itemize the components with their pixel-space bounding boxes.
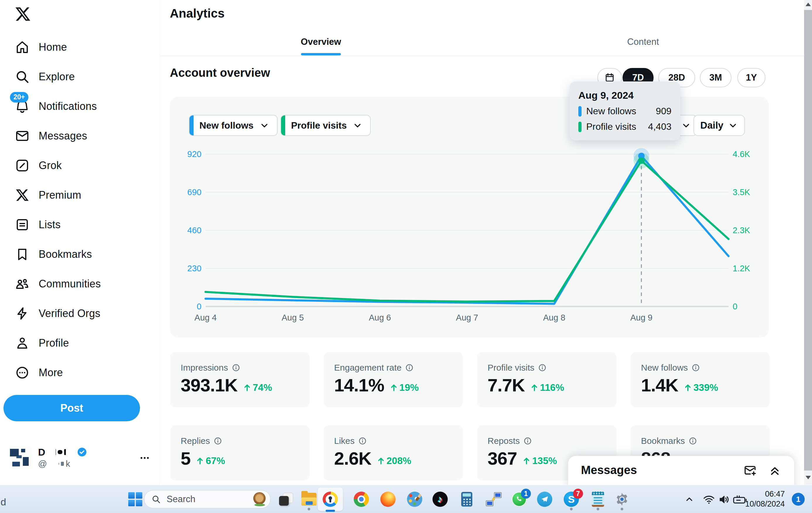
sidebar-item-messages[interactable]: Messages [0, 121, 160, 150]
sidebar-item-lists[interactable]: Lists [0, 210, 160, 239]
tiktok-icon: ♪ [433, 492, 448, 507]
granularity-dropdown[interactable]: Daily [693, 115, 745, 136]
grok-icon [15, 159, 29, 173]
scrollbar-thumb[interactable] [804, 10, 812, 471]
remote-desktop-icon [486, 492, 501, 507]
sidebar-item-more[interactable]: More [0, 358, 160, 387]
start-button[interactable] [128, 492, 142, 506]
tab-content[interactable]: Content [482, 28, 804, 56]
svg-text:Aug 8: Aug 8 [543, 313, 566, 322]
taskbar-app-whatsapp[interactable]: 1 [512, 492, 527, 507]
granularity-value: Daily [700, 120, 724, 131]
sidebar-item-communities[interactable]: Communities [0, 269, 160, 298]
svg-text:920: 920 [187, 149, 201, 159]
tab-overview[interactable]: Overview [160, 28, 482, 56]
info-icon[interactable] [232, 363, 240, 372]
expand-panel-icon[interactable] [768, 464, 781, 477]
x-logo[interactable] [14, 6, 31, 22]
taskbar-app-file-explorer[interactable] [301, 492, 317, 507]
envelope-icon [15, 129, 29, 143]
account-more-icon[interactable] [138, 452, 151, 464]
series-selector-profile-visits[interactable]: Profile visits [281, 115, 371, 136]
notification-count-badge[interactable]: 1 [792, 493, 805, 506]
security-browser-icon [323, 492, 338, 507]
metric-label: Profile visits [488, 363, 534, 373]
page-scrollbar[interactable] [804, 0, 812, 485]
taskbar-app-telegram[interactable] [537, 492, 552, 507]
file-explorer-icon [301, 493, 317, 508]
svg-text:460: 460 [187, 226, 201, 235]
chevron-down-icon [353, 120, 362, 131]
sidebar-item-premium[interactable]: Premium [0, 180, 160, 210]
info-icon[interactable] [358, 436, 367, 445]
info-icon[interactable] [213, 436, 222, 445]
scroll-down-arrow-icon[interactable] [806, 476, 811, 479]
svg-text:Aug 7: Aug 7 [456, 313, 478, 322]
taskbar-app-skype[interactable]: S7 [564, 492, 579, 507]
metric-delta: 135% [522, 455, 557, 467]
taskbar-app-remote-desktop[interactable] [486, 492, 501, 507]
taskbar-app-security-browser[interactable] [323, 492, 338, 507]
sidebar: HomeExploreNotifications20+MessagesGrokP… [0, 0, 160, 485]
tray-clock[interactable]: 06:47 10/08/2024 [739, 489, 785, 509]
list-icon [15, 218, 29, 232]
avatar [9, 447, 32, 469]
chevron-down-icon [259, 120, 269, 131]
scroll-up-arrow-icon[interactable] [806, 3, 811, 6]
series-color-accent [190, 115, 194, 135]
sidebar-item-grok[interactable]: Grok [0, 150, 160, 180]
notifications-count-badge: 20+ [10, 92, 28, 103]
metric-card-new-follows: New follows1.4K339% [631, 352, 770, 407]
metric-delta: 74% [243, 382, 272, 394]
info-icon[interactable] [689, 436, 697, 445]
metric-label: New follows [641, 363, 688, 373]
metric-card-replies: Replies567% [170, 425, 310, 481]
taskbar-app-tiktok[interactable]: ♪ [433, 492, 448, 507]
sidebar-item-explore[interactable]: Explore [0, 62, 160, 91]
page-title: Analytics [170, 6, 225, 21]
sidebar-item-home[interactable]: Home [0, 32, 160, 62]
taskbar-app-paint[interactable] [407, 492, 422, 507]
taskbar-search[interactable]: Search [144, 490, 270, 508]
sidebar-item-label: Premium [39, 189, 81, 201]
running-indicator [570, 508, 573, 510]
volume-icon[interactable] [718, 493, 730, 506]
metric-label: Impressions [181, 363, 228, 373]
new-message-icon[interactable] [744, 464, 757, 477]
svg-text:Aug 9: Aug 9 [630, 313, 652, 322]
chart-tooltip: Aug 9, 2024 New follows909Profile visits… [570, 81, 680, 140]
metric-delta: 67% [196, 455, 225, 467]
range-3m[interactable]: 3M [700, 68, 731, 87]
series-selector-new-follows[interactable]: New follows [189, 115, 278, 136]
lion-search-highlight-icon [252, 492, 267, 507]
sidebar-item-profile[interactable]: Profile [0, 328, 160, 358]
info-icon[interactable] [691, 363, 700, 372]
tray-time: 06:47 [739, 489, 785, 499]
taskbar-app-chrome[interactable] [354, 492, 369, 507]
search-placeholder: Search [167, 494, 195, 505]
taskbar-app-settings[interactable] [614, 492, 630, 507]
taskbar-app-task-view[interactable] [279, 492, 294, 507]
tray-chevron-up-icon[interactable] [684, 493, 695, 505]
wifi-icon[interactable] [703, 493, 715, 506]
taskbar-app-calculator[interactable] [459, 492, 474, 507]
sidebar-item-bookmarks[interactable]: Bookmarks [0, 239, 160, 269]
metric-value: 14.1% [334, 376, 384, 394]
active-tab-indicator [301, 53, 341, 55]
info-icon[interactable] [405, 363, 414, 372]
taskbar-app-firefox[interactable] [380, 492, 396, 507]
info-icon[interactable] [538, 363, 547, 372]
sidebar-item-label: Bookmarks [39, 248, 92, 260]
sidebar-item-notifications[interactable]: Notifications20+ [0, 91, 160, 121]
range-1y[interactable]: 1Y [737, 68, 765, 87]
account-switcher[interactable]: D k @ k [4, 442, 156, 474]
sidebar-item-verified-orgs[interactable]: Verified Orgs [0, 298, 160, 328]
info-icon[interactable] [523, 436, 532, 445]
metric-delta: 339% [684, 382, 718, 394]
metric-label: Replies [181, 436, 210, 446]
account-display-name-redacted: D k [38, 446, 132, 458]
post-button[interactable]: Post [3, 395, 140, 421]
taskbar: d Search ♪1S7 06:47 10/08/2024 1 [0, 485, 812, 513]
metric-delta: 116% [530, 382, 564, 394]
taskbar-app-notepad[interactable] [590, 492, 606, 507]
